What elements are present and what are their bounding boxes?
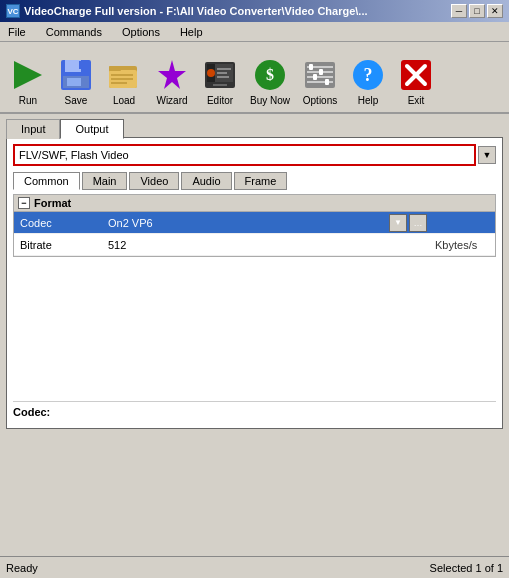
title-bar: VC VideoCharge Full version - F:\All Vid… [0, 0, 509, 22]
format-select-text: FLV/SWF, Flash Video [19, 149, 129, 161]
menu-help[interactable]: Help [176, 25, 207, 39]
sub-tab-common[interactable]: Common [13, 172, 80, 190]
buynow-button[interactable]: $ Buy Now [246, 55, 294, 108]
run-button[interactable]: Run [6, 55, 50, 108]
svg-rect-19 [217, 76, 229, 78]
main-window: VC VideoCharge Full version - F:\All Vid… [0, 0, 509, 578]
help-label: Help [358, 95, 379, 106]
options-icon [302, 57, 338, 93]
codec-info-area: Codec: [13, 401, 496, 422]
load-label: Load [113, 95, 135, 106]
editor-icon [202, 57, 238, 93]
save-button[interactable]: Save [54, 55, 98, 108]
run-icon [10, 57, 46, 93]
codec-value: On2 VP6 [104, 217, 389, 229]
buynow-icon: $ [252, 57, 288, 93]
help-button[interactable]: ? Help [346, 55, 390, 108]
buynow-label: Buy Now [250, 95, 290, 106]
status-bar: Ready Selected 1 of 1 [0, 556, 509, 578]
svg-rect-10 [111, 78, 133, 80]
save-icon [58, 57, 94, 93]
svg-point-16 [207, 69, 215, 77]
window-title: VideoCharge Full version - F:\All Video … [24, 5, 368, 17]
empty-space [13, 261, 496, 401]
format-section: − Format Codec On2 VP6 ▼ … [13, 194, 496, 257]
menu-file[interactable]: File [4, 25, 30, 39]
options-button[interactable]: Options [298, 55, 342, 108]
svg-rect-5 [79, 61, 83, 69]
wizard-label: Wizard [156, 95, 187, 106]
editor-label: Editor [207, 95, 233, 106]
svg-marker-0 [14, 61, 42, 89]
codec-dropdown-arrow[interactable]: ▼ [389, 214, 407, 232]
codec-browse-button[interactable]: … [409, 214, 427, 232]
svg-text:$: $ [266, 66, 274, 83]
menu-options[interactable]: Options [118, 25, 164, 39]
format-select[interactable]: FLV/SWF, Flash Video [13, 144, 476, 166]
body-area: Input Output FLV/SWF, Flash Video ▼ Comm… [0, 114, 509, 578]
format-dropdown-row: FLV/SWF, Flash Video ▼ [13, 144, 496, 166]
svg-rect-11 [111, 82, 127, 84]
maximize-button[interactable]: □ [469, 4, 485, 18]
editor-button[interactable]: Editor [198, 55, 242, 108]
codec-color-swatch [431, 213, 475, 233]
svg-rect-2 [65, 60, 81, 72]
bitrate-row[interactable]: Bitrate 512 Kbytes/s [14, 234, 495, 256]
app-icon: VC [6, 4, 20, 18]
bitrate-unit: Kbytes/s [435, 239, 495, 251]
svg-rect-27 [307, 81, 333, 83]
svg-rect-8 [109, 66, 121, 71]
menu-commands[interactable]: Commands [42, 25, 106, 39]
sub-tab-audio[interactable]: Audio [181, 172, 231, 190]
status-left: Ready [6, 562, 38, 574]
svg-rect-17 [217, 68, 231, 70]
main-tabs: Input Output [6, 118, 503, 138]
help-icon: ? [350, 57, 386, 93]
title-bar-controls: ─ □ ✕ [451, 4, 503, 18]
section-title: Format [34, 197, 71, 209]
load-icon [106, 57, 142, 93]
format-section-header: − Format [14, 195, 495, 212]
load-button[interactable]: Load [102, 55, 146, 108]
toolbar: Run Save [0, 42, 509, 114]
wizard-button[interactable]: Wizard [150, 55, 194, 108]
menu-bar: File Commands Options Help [0, 22, 509, 42]
content-area: Input Output FLV/SWF, Flash Video ▼ Comm… [0, 114, 509, 556]
close-button[interactable]: ✕ [487, 4, 503, 18]
svg-marker-12 [158, 60, 186, 89]
minimize-button[interactable]: ─ [451, 4, 467, 18]
svg-rect-26 [307, 76, 333, 78]
svg-text:?: ? [364, 65, 373, 85]
codec-row[interactable]: Codec On2 VP6 ▼ … [14, 212, 495, 234]
save-label: Save [65, 95, 88, 106]
svg-rect-30 [313, 74, 317, 80]
svg-rect-31 [325, 79, 329, 85]
collapse-button[interactable]: − [18, 197, 30, 209]
bitrate-label: Bitrate [14, 239, 104, 251]
exit-label: Exit [408, 95, 425, 106]
bitrate-value: 512 [104, 239, 435, 251]
wizard-icon [154, 57, 190, 93]
sub-tab-frame[interactable]: Frame [234, 172, 288, 190]
tab-output[interactable]: Output [60, 119, 123, 139]
title-bar-left: VC VideoCharge Full version - F:\All Vid… [6, 4, 368, 18]
codec-label: Codec [14, 217, 104, 229]
main-panel: FLV/SWF, Flash Video ▼ Common Main Video… [6, 137, 503, 429]
sub-tab-main[interactable]: Main [82, 172, 128, 190]
status-right: Selected 1 of 1 [430, 562, 503, 574]
exit-icon [398, 57, 434, 93]
svg-rect-28 [309, 64, 313, 70]
svg-rect-4 [67, 78, 81, 86]
svg-rect-20 [213, 84, 227, 86]
codec-info-label: Codec: [13, 406, 50, 418]
exit-button[interactable]: Exit [394, 55, 438, 108]
options-label: Options [303, 95, 337, 106]
run-label: Run [19, 95, 37, 106]
sub-tabs: Common Main Video Audio Frame [13, 172, 496, 190]
svg-rect-29 [319, 69, 323, 75]
format-dropdown-arrow[interactable]: ▼ [478, 146, 496, 164]
sub-tab-video[interactable]: Video [129, 172, 179, 190]
svg-rect-18 [217, 72, 227, 74]
tab-input[interactable]: Input [6, 119, 60, 139]
svg-rect-9 [111, 74, 133, 76]
